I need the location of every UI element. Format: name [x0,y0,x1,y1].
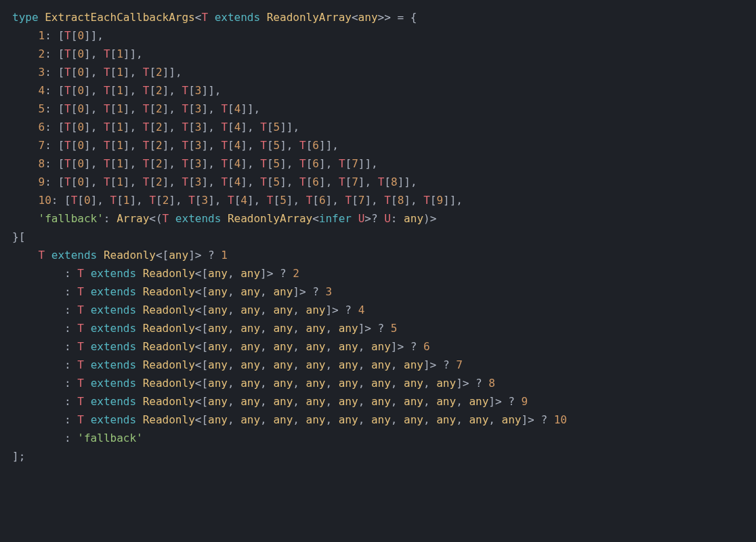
code-editor[interactable]: type ExtractEachCallbackArgs<T extends R… [0,0,756,474]
